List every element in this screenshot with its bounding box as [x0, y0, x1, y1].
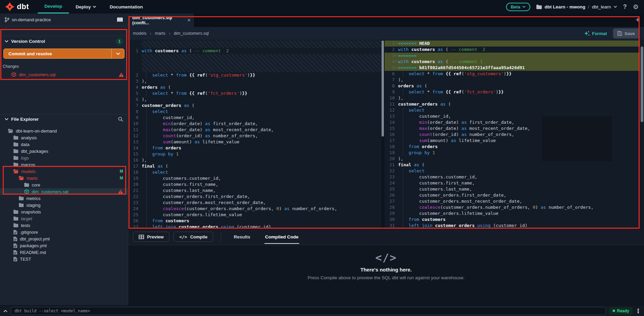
code-line[interactable]: 9 select * from {{ ref('fct_orders')}} — [385, 89, 640, 95]
tree-item-snapshots[interactable]: snapshots — [0, 208, 128, 215]
code-line[interactable]: 4+with customers as ( -- comment 1 — [385, 59, 640, 65]
code-line[interactable]: 23 customer_orders.most_recent_order_dat… — [128, 200, 381, 206]
tab-results[interactable]: Results — [228, 229, 256, 245]
code-line[interactable]: 28 coalesce(customer_orders.number_of_or… — [385, 204, 640, 210]
code-line[interactable]: 1+<<<<<<< HEAD — [385, 40, 640, 47]
tab-dim-customers[interactable]: dim_customers.sql (confli... ✕ — [128, 13, 194, 27]
branch-row[interactable]: on-demand-practice — [0, 13, 128, 26]
tree-item-models[interactable]: modelsM — [0, 168, 128, 175]
new-tab-button[interactable]: + — [636, 16, 640, 24]
code-line[interactable]: 26 from customers — [128, 218, 381, 224]
code-line[interactable]: 12 select — [385, 107, 640, 113]
code-line[interactable]: 5 select * from {{ ref('fct_orders')}} — [128, 90, 381, 96]
version-control-header[interactable]: Version Control 1 — [0, 36, 128, 47]
code-line[interactable]: 8orders as ( — [385, 83, 640, 89]
tree-item-macros[interactable]: macros — [0, 161, 128, 168]
nav-tab-documentation[interactable]: Documentation — [103, 0, 149, 13]
commit-and-resolve-button[interactable]: Commit and resolve — [3, 49, 124, 59]
code-line[interactable]: 26 customer_orders.first_order_date, — [385, 192, 640, 198]
tree-item-marts[interactable]: martsM — [0, 175, 128, 181]
close-icon[interactable]: ✕ — [187, 18, 191, 23]
docs-book-icon[interactable] — [117, 17, 123, 22]
file-explorer-header[interactable]: File Explorer — [0, 114, 128, 124]
code-line[interactable]: 11customer_orders as ( — [385, 101, 640, 107]
code-line[interactable]: 1with customers as ( -- comment 2 — [128, 48, 381, 54]
tree-item--gitignore[interactable]: .gitignore — [0, 229, 128, 235]
code-line[interactable]: 13 customer_id, — [385, 113, 640, 119]
code-line[interactable]: 2with customers as ( -- comment 2 — [385, 47, 640, 53]
commit-options-caret[interactable] — [111, 49, 124, 58]
nav-tab-develop[interactable]: Develop — [38, 0, 69, 13]
code-line[interactable]: 20 customers.first_name, — [128, 181, 381, 188]
preview-button[interactable]: Preview — [133, 232, 169, 242]
code-line[interactable]: 17 sum(amount) as lifetime_value — [385, 138, 640, 144]
tree-item-analysis[interactable]: analysis — [0, 134, 128, 141]
code-line[interactable]: 16), — [128, 157, 381, 163]
scrollbar-thumb[interactable] — [641, 47, 643, 122]
format-button[interactable]: Format — [584, 31, 607, 36]
code-line[interactable]: 31 left join customer_orders using (cust… — [385, 223, 640, 229]
code-line[interactable]: 22 select — [385, 168, 640, 174]
code-line[interactable]: 23 customers.customer_id, — [385, 174, 640, 180]
gear-icon[interactable]: ⚙ — [633, 4, 639, 10]
code-line[interactable]: 14 from orders — [128, 145, 381, 151]
code-line[interactable]: 8 select — [128, 109, 381, 115]
editor-pane-incoming[interactable]: 1+<<<<<<< HEAD2with customers as ( -- co… — [385, 40, 640, 229]
code-line[interactable]: 13 sum(amount) as lifetime_value — [128, 139, 381, 145]
project-selector[interactable]: dbt Learn - mwong / dbt_learn — [536, 4, 617, 9]
code-line[interactable]: 6), — [128, 96, 381, 103]
code-line[interactable]: 27 left join customer_orders using (cust… — [128, 224, 381, 229]
code-line[interactable]: 17final as ( — [128, 163, 381, 169]
code-line[interactable]: 7customer_orders as ( — [128, 103, 381, 109]
code-line[interactable]: 21final as ( — [385, 162, 640, 168]
code-line[interactable]: 15 max(order_date) as most_recent_order_… — [385, 125, 640, 132]
command-input[interactable]: dbt build --select <model_name> — [11, 307, 606, 315]
code-line[interactable]: 10), — [385, 95, 640, 101]
code-line[interactable]: 9 customer_id, — [128, 115, 381, 121]
tree-item-staging[interactable]: staging — [0, 202, 128, 208]
breadcrumb-marts[interactable]: marts — [155, 31, 165, 36]
code-line[interactable]: 4orders as ( — [128, 84, 381, 90]
editor-pane-current[interactable]: 1with customers as ( -- comment 22 selec… — [128, 40, 381, 229]
kebab-menu-icon[interactable]: ••• — [636, 308, 641, 313]
code-line[interactable]: 12 count(order_id) as number_of_orders, — [128, 133, 381, 139]
tree-item-tests[interactable]: tests — [0, 222, 128, 229]
code-line[interactable]: 19 customers.customer_id, — [128, 175, 381, 181]
tree-item-packages-yml[interactable]: packages.yml — [0, 242, 128, 249]
tree-item-target[interactable]: target — [0, 215, 128, 222]
tree-item-core[interactable]: core — [0, 181, 128, 188]
tree-item-dbt-packages[interactable]: dbt_packages — [0, 148, 128, 154]
help-icon[interactable]: ? — [623, 3, 627, 10]
tree-item-readme-md[interactable]: README.md — [0, 249, 128, 256]
tree-item-test[interactable]: TEST — [0, 256, 128, 262]
chevron-up-icon[interactable] — [3, 310, 7, 312]
code-line[interactable]: 29 customer_orders.lifetime_value — [385, 210, 640, 217]
code-line[interactable]: 16 count(order_id) as number_of_orders, — [385, 132, 640, 138]
breadcrumb-file[interactable]: dim_customers.sql — [174, 31, 209, 36]
scrollbar-thumb[interactable] — [382, 40, 384, 137]
beta-dropdown[interactable]: Beta — [506, 3, 530, 11]
code-line[interactable]: 7), — [385, 77, 640, 83]
dbt-logo[interactable]: dbt — [0, 0, 38, 13]
code-line[interactable]: 24 customers.first_name, — [385, 180, 640, 186]
code-line[interactable]: 22 customer_orders.first_order_date, — [128, 194, 381, 200]
code-line[interactable]: 3), — [128, 78, 381, 84]
compile-button[interactable]: </> Compile — [173, 232, 213, 242]
changed-file-dim-customers[interactable]: dim_customers.sql — [0, 71, 128, 78]
code-line[interactable]: 6 select * from {{ ref('stg_customers')}… — [385, 71, 640, 77]
code-line[interactable]: 18 select — [128, 169, 381, 175]
tree-item-dbt-learn-on-demand[interactable]: dbt-learn-on-demand — [0, 127, 128, 134]
tree-item-data[interactable]: data — [0, 141, 128, 148]
tree-item-dim-customers-sql[interactable]: dim_customers.sql — [0, 188, 128, 195]
tree-item-metrics[interactable]: metrics — [0, 195, 128, 202]
nav-tab-deploy[interactable]: Deploy — [69, 0, 103, 13]
code-line[interactable]: 20), — [385, 156, 640, 162]
code-line[interactable]: 21 customers.last_name, — [128, 188, 381, 194]
code-line[interactable]: 2 select * from {{ ref('stg_customers')}… — [128, 72, 381, 78]
code-line[interactable]: 3+======= — [385, 53, 640, 59]
code-line[interactable]: 19 group by 1 — [385, 150, 640, 156]
tab-compiled-code[interactable]: Compiled Code — [260, 229, 304, 245]
tree-item-logs[interactable]: logs — [0, 154, 128, 161]
tree-item-dbt-project-yml[interactable]: dbt_project.yml — [0, 235, 128, 242]
code-line[interactable]: 14 min(order_date) as first_order_date, — [385, 119, 640, 125]
